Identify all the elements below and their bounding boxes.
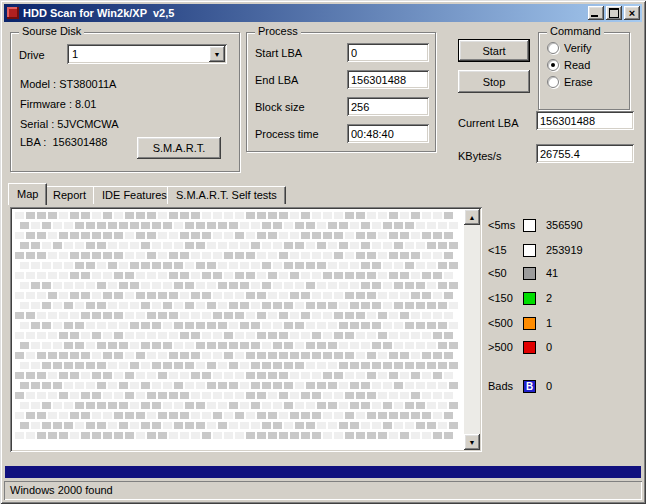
- map-block: [218, 242, 227, 249]
- map-block: [323, 312, 332, 319]
- map-block: [75, 262, 84, 269]
- map-block: [317, 302, 326, 309]
- map-block: [295, 362, 304, 369]
- map-block: [81, 432, 90, 439]
- map-block: [356, 272, 365, 279]
- map-block: [97, 302, 106, 309]
- map-block: [295, 422, 304, 429]
- command-group-title: Command: [547, 25, 604, 38]
- legend-row-15: <15 253919: [488, 243, 583, 257]
- map-block: [174, 222, 183, 229]
- radio-read[interactable]: Read: [547, 59, 590, 71]
- map-block: [202, 272, 211, 279]
- map-block: [185, 322, 194, 329]
- map-block: [103, 352, 112, 359]
- map-block: [367, 252, 376, 259]
- map-block: [295, 302, 304, 309]
- map-block: [433, 212, 442, 219]
- map-block: [75, 222, 84, 229]
- map-block: [174, 362, 183, 369]
- radio-verify-icon[interactable]: [547, 42, 559, 54]
- map-block: [141, 362, 150, 369]
- map-block: [290, 232, 299, 239]
- drive-select[interactable]: 1 ▼: [67, 44, 227, 64]
- map-block: [202, 312, 211, 319]
- end-lba-input[interactable]: [347, 70, 429, 89]
- close-button[interactable]: ×: [624, 6, 640, 20]
- map-block: [328, 322, 337, 329]
- map-block: [383, 382, 392, 389]
- block-size-input[interactable]: [347, 97, 429, 116]
- radio-erase-icon[interactable]: [547, 76, 559, 88]
- map-block: [444, 432, 453, 439]
- tab-map[interactable]: Map: [8, 183, 47, 205]
- map-block: [279, 412, 288, 419]
- tab-report[interactable]: Report: [44, 186, 95, 204]
- map-block: [438, 222, 447, 229]
- map-block: [317, 402, 326, 409]
- smart-button[interactable]: S.M.A.R.T.: [137, 137, 221, 159]
- map-block: [70, 352, 79, 359]
- map-block: [378, 312, 387, 319]
- scroll-down-icon[interactable]: ▼: [464, 434, 480, 450]
- scroll-up-icon[interactable]: ▲: [464, 209, 480, 225]
- start-lba-input[interactable]: [347, 43, 429, 62]
- map-block: [70, 272, 79, 279]
- current-lba-value[interactable]: [536, 111, 634, 130]
- minimize-button[interactable]: [588, 6, 604, 20]
- kbytes-value[interactable]: [536, 144, 634, 163]
- map-block: [444, 332, 453, 339]
- map-block: [141, 402, 150, 409]
- start-button[interactable]: Start: [458, 39, 530, 62]
- map-block: [416, 222, 425, 229]
- map-block: [328, 282, 337, 289]
- map-block: [268, 432, 277, 439]
- map-block: [350, 222, 359, 229]
- stop-button[interactable]: Stop: [458, 70, 530, 93]
- map-block: [246, 312, 255, 319]
- map-block: [389, 352, 398, 359]
- process-group-title: Process: [255, 25, 301, 38]
- map-block: [48, 352, 57, 359]
- map-block: [92, 232, 101, 239]
- radio-verify[interactable]: Verify: [547, 42, 592, 54]
- map-block: [328, 302, 337, 309]
- map-block: [185, 282, 194, 289]
- tab-ide-features[interactable]: IDE Features: [93, 186, 176, 204]
- map-block: [240, 262, 249, 269]
- map-block: [334, 212, 343, 219]
- tab-smart-self-tests[interactable]: S.M.A.R.T. Self tests: [167, 186, 286, 204]
- map-scrollbar[interactable]: ▲ ▼: [464, 209, 480, 450]
- chevron-down-icon[interactable]: ▼: [209, 46, 225, 62]
- radio-erase-label: Erase: [564, 76, 593, 88]
- map-block: [251, 362, 260, 369]
- process-time-input[interactable]: [347, 124, 429, 143]
- maximize-button[interactable]: [606, 6, 622, 20]
- window-title: HDD Scan for Win2k/XP v2,5: [23, 7, 588, 19]
- map-block: [59, 352, 68, 359]
- map-block: [323, 212, 332, 219]
- map-block: [152, 222, 161, 229]
- radio-read-icon[interactable]: [547, 59, 559, 71]
- map-block: [356, 292, 365, 299]
- map-block: [48, 332, 57, 339]
- map-block: [279, 252, 288, 259]
- map-block: [141, 282, 150, 289]
- source-disk-group: Sourse Disk Drive 1 ▼ Model : ST380011A …: [10, 32, 240, 172]
- map-block: [37, 292, 46, 299]
- window-controls: ×: [588, 6, 640, 20]
- map-block: [202, 212, 211, 219]
- map-block: [262, 242, 271, 249]
- map-block: [339, 262, 348, 269]
- map-block: [422, 252, 431, 259]
- map-block: [378, 432, 387, 439]
- map-block: [328, 242, 337, 249]
- map-block: [273, 302, 282, 309]
- map-block: [70, 412, 79, 419]
- map-block: [207, 262, 216, 269]
- map-block: [405, 322, 414, 329]
- map-block: [202, 252, 211, 259]
- map-block: [59, 312, 68, 319]
- map-block: [372, 402, 381, 409]
- radio-erase[interactable]: Erase: [547, 76, 593, 88]
